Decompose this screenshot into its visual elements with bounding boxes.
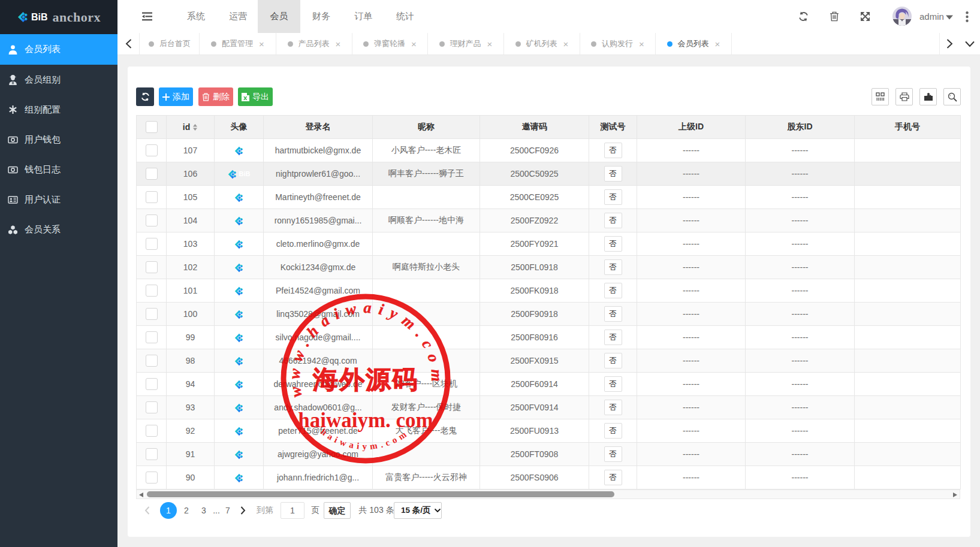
svg-text:haiwaiym. com: haiwaiym. com — [298, 409, 433, 432]
svg-text:海外源码: 海外源码 — [312, 366, 418, 394]
